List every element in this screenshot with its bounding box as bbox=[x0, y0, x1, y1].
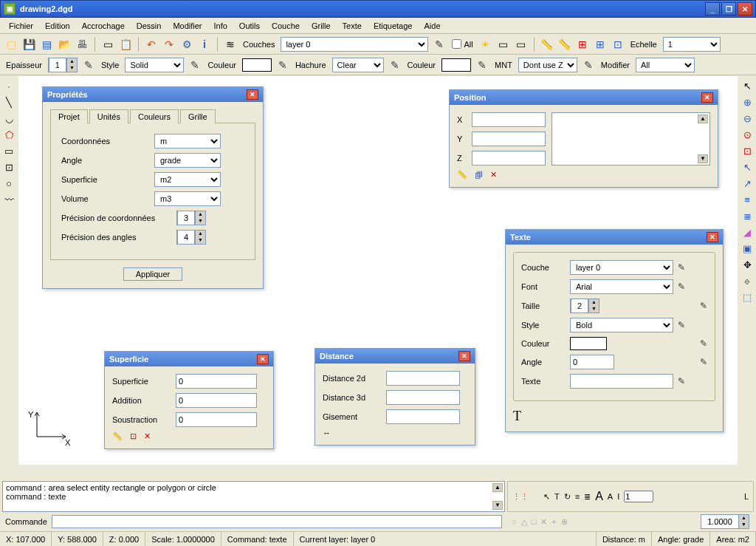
menu-edition[interactable]: Edition bbox=[39, 20, 76, 32]
extra-icon[interactable]: ⟐ bbox=[740, 274, 754, 287]
prec-angle-spinner[interactable]: ▲▼ bbox=[176, 230, 206, 245]
superficie-close-icon[interactable]: ✕ bbox=[257, 354, 269, 364]
dim3-icon[interactable]: ⊡ bbox=[611, 38, 625, 51]
pencil-icon[interactable]: ✎ bbox=[582, 58, 595, 72]
sub-input[interactable] bbox=[176, 412, 257, 427]
coord-select[interactable]: m bbox=[154, 134, 221, 149]
pencil-icon[interactable]: ✎ bbox=[388, 58, 402, 72]
menu-texte[interactable]: Texte bbox=[337, 20, 368, 32]
all-checkbox[interactable]: All bbox=[452, 39, 472, 49]
style-select[interactable]: Solid bbox=[125, 58, 184, 72]
tab-couleurs[interactable]: Couleurs bbox=[130, 109, 179, 123]
zoom-out-icon[interactable]: ⊖ bbox=[740, 112, 754, 125]
z-input[interactable] bbox=[472, 151, 546, 165]
settings-icon[interactable]: ⚙ bbox=[180, 38, 193, 51]
texte-close-icon[interactable]: ✕ bbox=[707, 232, 718, 242]
rect2-icon[interactable]: ▭ bbox=[515, 38, 528, 51]
circle-shape-icon[interactable]: ○ bbox=[512, 517, 517, 526]
l-icon[interactable]: L bbox=[744, 492, 749, 501]
menu-fichier[interactable]: Fichier bbox=[3, 20, 39, 32]
menu-aide[interactable]: Aide bbox=[418, 20, 446, 32]
fill-icon[interactable]: ▣ bbox=[740, 242, 754, 255]
couleur-swatch[interactable] bbox=[242, 58, 272, 72]
pencil-icon[interactable]: ✎ bbox=[276, 58, 289, 72]
triangle-shape-icon[interactable]: △ bbox=[521, 517, 527, 527]
surf-select[interactable]: m2 bbox=[154, 172, 221, 187]
menu-outils[interactable]: Outils bbox=[233, 20, 266, 32]
sun-icon[interactable]: ☀ bbox=[479, 38, 492, 51]
x-input[interactable] bbox=[472, 112, 546, 127]
distance-close-icon[interactable]: ✕ bbox=[458, 351, 470, 361]
tab-grille[interactable]: Grille bbox=[180, 109, 216, 123]
epaisseur-spinner[interactable]: ▲▼ bbox=[48, 58, 78, 72]
stack2-icon[interactable]: ≣ bbox=[740, 209, 754, 222]
arrow-dim-icon[interactable]: ↖ bbox=[543, 492, 550, 502]
echelle-select[interactable]: 1 bbox=[663, 37, 721, 52]
tab-unites[interactable]: Unités bbox=[89, 109, 128, 123]
pencil-icon[interactable]: ✎ bbox=[475, 58, 489, 72]
command-input[interactable] bbox=[52, 515, 502, 528]
properties-close-icon[interactable]: ✕ bbox=[247, 89, 258, 100]
text-couleur-swatch[interactable] bbox=[570, 337, 607, 350]
text-angle-input[interactable] bbox=[570, 355, 614, 369]
position-list[interactable]: ▲ ▼ bbox=[551, 112, 710, 165]
save-all-icon[interactable]: ▤ bbox=[40, 38, 53, 51]
grid-icon[interactable]: ⋮⋮ bbox=[512, 492, 529, 502]
hachure-select[interactable]: Clear bbox=[332, 58, 384, 72]
scale-spinner[interactable]: ▲▼ bbox=[701, 514, 749, 529]
cross-shape-icon[interactable]: ⊕ bbox=[561, 517, 568, 527]
new-file-icon[interactable]: ▢ bbox=[4, 38, 18, 51]
pencil-icon[interactable]: ✎ bbox=[433, 38, 446, 51]
surf-input[interactable] bbox=[176, 374, 257, 389]
vol-select[interactable]: m3 bbox=[154, 191, 221, 206]
align2-icon[interactable]: ≣ bbox=[584, 492, 591, 502]
pencil-icon[interactable]: ✎ bbox=[700, 301, 707, 311]
copy-icon[interactable]: ▭ bbox=[101, 38, 114, 51]
point-tool-icon[interactable]: · bbox=[2, 79, 16, 92]
undo-icon[interactable]: ↶ bbox=[145, 38, 158, 51]
pencil-icon[interactable]: ✎ bbox=[678, 281, 685, 292]
menu-modifier[interactable]: Modifier bbox=[167, 20, 207, 32]
menu-grille[interactable]: Grille bbox=[306, 20, 337, 32]
minimize-button[interactable]: _ bbox=[705, 2, 720, 16]
menu-info[interactable]: Info bbox=[208, 20, 233, 32]
move-icon[interactable]: ✥ bbox=[740, 258, 754, 271]
circle-tool-icon[interactable]: ○ bbox=[2, 177, 16, 190]
text-font-select[interactable]: Arial bbox=[570, 279, 673, 294]
arrow-nw-icon[interactable]: ↖ bbox=[740, 160, 754, 174]
ruler2-icon[interactable]: 📏 bbox=[558, 38, 571, 51]
delete-surf-icon[interactable]: ✕ bbox=[144, 431, 151, 441]
d3-input[interactable] bbox=[386, 390, 460, 405]
delete-pos-icon[interactable]: ✕ bbox=[490, 170, 497, 180]
ruler-red-icon[interactable]: ⊡ bbox=[130, 431, 137, 441]
ruler-icon[interactable]: 📏 bbox=[540, 38, 554, 51]
print-icon[interactable]: 🖶 bbox=[75, 38, 89, 51]
curve-tool-icon[interactable]: 〰 bbox=[2, 193, 16, 206]
menu-accrochage[interactable]: Accrochage bbox=[76, 20, 131, 32]
menu-couche[interactable]: Couche bbox=[266, 20, 306, 32]
angle-select[interactable]: grade bbox=[154, 153, 221, 168]
prec-coord-spinner[interactable]: ▲▼ bbox=[176, 211, 206, 225]
ruler-icon[interactable]: 📏 bbox=[112, 431, 123, 441]
command-log[interactable]: command : area select entity rectangle o… bbox=[2, 481, 505, 512]
cursor-icon[interactable]: ↖ bbox=[740, 79, 754, 92]
copy-pos-icon[interactable]: 🗐 bbox=[475, 171, 483, 180]
redo-icon[interactable]: ↷ bbox=[162, 38, 176, 51]
line-tool-icon[interactable]: ╲ bbox=[2, 95, 16, 109]
rect2-tool-icon[interactable]: ⊡ bbox=[2, 160, 16, 174]
menu-dessin[interactable]: Dessin bbox=[131, 20, 168, 32]
zoom-fit-icon[interactable]: ⊙ bbox=[740, 128, 754, 141]
pencil-icon[interactable]: ✎ bbox=[678, 320, 685, 330]
text-texte-input[interactable] bbox=[570, 374, 673, 389]
paste-icon[interactable]: 📋 bbox=[119, 38, 132, 51]
save-icon[interactable]: 💾 bbox=[22, 38, 35, 51]
tab-projet[interactable]: Projet bbox=[50, 109, 88, 123]
right-value-input[interactable] bbox=[624, 491, 653, 502]
arc-tool-icon[interactable]: ◡ bbox=[2, 112, 16, 125]
zoom-in-icon[interactable]: ⊕ bbox=[740, 95, 754, 109]
open-folder-icon[interactable]: 📂 bbox=[58, 38, 71, 51]
layers-icon[interactable]: ≋ bbox=[224, 38, 237, 51]
rotate-icon[interactable]: ↻ bbox=[564, 492, 571, 502]
modifier-select[interactable]: All bbox=[636, 58, 695, 72]
font-a-small-icon[interactable]: A bbox=[608, 492, 613, 501]
